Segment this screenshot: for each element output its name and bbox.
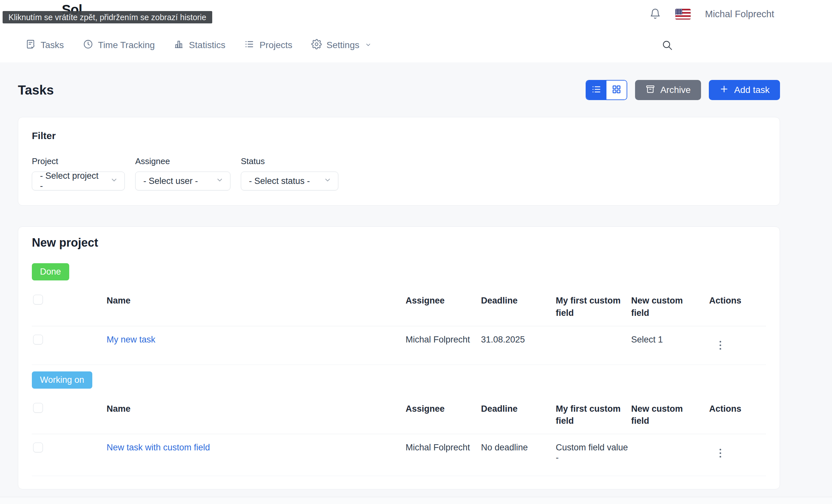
task-table-working-on: Name Assignee Deadline My first custom f…: [32, 398, 766, 476]
top-header: Sol Kliknutím se vrátíte zpět, přidržení…: [0, 0, 832, 28]
page-title: Tasks: [18, 83, 54, 98]
bar-chart-icon: [174, 39, 184, 52]
column-header-custom2: New custom field: [631, 295, 709, 319]
table-header-row: Name Assignee Deadline My first custom f…: [32, 290, 766, 326]
main-content: Tasks: [18, 80, 780, 489]
nav-label-time-tracking: Time Tracking: [98, 40, 155, 50]
gear-icon: [311, 39, 322, 52]
column-header-deadline: Deadline: [481, 295, 556, 307]
column-header-custom1: My first custom field: [556, 295, 631, 319]
main-nav: Tasks Time Tracking Statistics: [0, 28, 832, 62]
assignee-select[interactable]: - Select user -: [135, 171, 230, 190]
grid-view-icon: [611, 84, 622, 96]
select-all-checkbox[interactable]: [33, 403, 43, 413]
tasks-icon: [25, 39, 36, 52]
cell-custom2: Select 1: [631, 335, 709, 345]
column-header-actions: Actions: [709, 403, 766, 415]
column-header-custom1: My first custom field: [556, 403, 631, 428]
column-header-name: Name: [107, 403, 406, 415]
list-icon: [244, 39, 255, 52]
task-link[interactable]: New task with custom field: [107, 443, 210, 452]
grid-view-button[interactable]: [606, 81, 627, 100]
status-select[interactable]: - Select status -: [241, 171, 338, 190]
nav-item-time-tracking[interactable]: Time Tracking: [83, 39, 155, 52]
status-badge-done: Done: [32, 263, 69, 281]
plus-icon: [719, 84, 729, 96]
column-header-actions: Actions: [709, 295, 766, 307]
archive-button-label: Archive: [660, 85, 691, 95]
nav-label-tasks: Tasks: [41, 40, 64, 50]
view-toggle: [586, 80, 627, 100]
project-card: New project Done Name Assignee Deadline …: [18, 227, 780, 489]
nav-item-tasks[interactable]: Tasks: [25, 39, 64, 52]
nav-label-settings: Settings: [327, 40, 360, 50]
filter-heading: Filter: [32, 130, 766, 141]
project-select[interactable]: - Select project -: [32, 171, 125, 190]
chevron-down-icon: [315, 176, 332, 186]
assignee-select-value: - Select user -: [143, 176, 198, 186]
status-select-value: - Select status -: [249, 176, 310, 186]
footer-strip: [0, 497, 832, 504]
filter-field-status: Status - Select status -: [241, 156, 338, 190]
nav-label-statistics: Statistics: [189, 40, 225, 50]
column-header-custom2: New custom field: [631, 403, 709, 428]
clock-icon: [83, 39, 93, 52]
cell-deadline: 31.08.2025: [481, 335, 556, 345]
cell-assignee: Michal Folprecht: [406, 443, 481, 453]
row-checkbox[interactable]: [33, 335, 43, 344]
row-actions-kebab-icon[interactable]: [716, 339, 724, 352]
nav-item-settings[interactable]: Settings: [311, 39, 371, 52]
user-menu[interactable]: Michal Folprecht: [705, 9, 774, 20]
cell-assignee: Michal Folprecht: [406, 335, 481, 345]
cell-deadline: No deadline: [481, 443, 556, 453]
filter-field-project: Project - Select project -: [32, 156, 125, 190]
table-row: New task with custom field Michal Folpre…: [32, 434, 766, 476]
row-actions-kebab-icon[interactable]: [716, 447, 724, 459]
select-all-checkbox[interactable]: [33, 295, 43, 304]
column-header-assignee: Assignee: [406, 403, 481, 415]
add-task-button-label: Add task: [734, 85, 770, 95]
nav-item-statistics[interactable]: Statistics: [174, 39, 225, 52]
row-checkbox[interactable]: [33, 443, 43, 452]
task-table-done: Name Assignee Deadline My first custom f…: [32, 290, 766, 365]
column-header-deadline: Deadline: [481, 403, 556, 415]
task-link[interactable]: My new task: [107, 335, 155, 344]
app-window: Sol Kliknutím se vrátíte zpět, přidržení…: [0, 0, 832, 504]
status-label: Status: [241, 156, 338, 166]
nav-label-projects: Projects: [259, 40, 292, 50]
filter-card: Filter Project - Select project - Assign…: [18, 117, 780, 206]
chevron-down-icon: [207, 176, 224, 186]
tasks-toolbar: Archive Add task: [586, 80, 780, 100]
chevron-down-icon: [365, 40, 371, 50]
filter-field-assignee: Assignee - Select user -: [135, 156, 230, 190]
add-task-button[interactable]: Add task: [709, 80, 780, 100]
cell-custom1: Custom field value -: [556, 443, 631, 463]
project-card-title: New project: [32, 236, 766, 249]
archive-button[interactable]: Archive: [635, 80, 701, 100]
column-header-name: Name: [107, 295, 406, 307]
notifications-bell-icon[interactable]: [649, 8, 661, 20]
assignee-label: Assignee: [135, 156, 230, 166]
status-badge-working-on: Working on: [32, 371, 92, 389]
column-header-assignee: Assignee: [406, 295, 481, 307]
list-view-button[interactable]: [586, 81, 606, 100]
search-icon[interactable]: [661, 39, 673, 51]
project-select-value: - Select project -: [40, 171, 102, 191]
list-view-icon: [591, 84, 602, 96]
language-us-flag-icon[interactable]: [675, 9, 691, 20]
project-label: Project: [32, 156, 125, 166]
chevron-down-icon: [102, 176, 118, 186]
archive-icon: [646, 84, 655, 96]
table-row: My new task Michal Folprecht 31.08.2025 …: [32, 326, 766, 365]
nav-item-projects[interactable]: Projects: [244, 39, 292, 52]
back-history-tooltip: Kliknutím se vrátíte zpět, přidržením se…: [3, 11, 212, 23]
table-header-row: Name Assignee Deadline My first custom f…: [32, 398, 766, 434]
